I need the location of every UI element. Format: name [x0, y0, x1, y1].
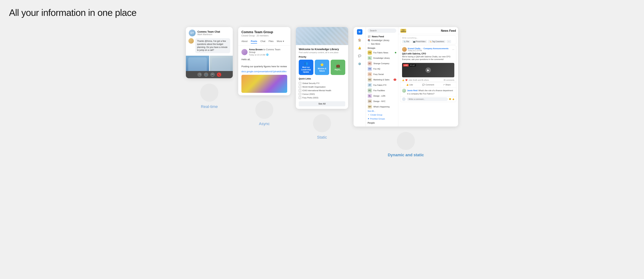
- label-circle-1: [200, 84, 218, 102]
- compose-more-btn[interactable]: ···: [446, 40, 451, 43]
- kb-link-text-4: Concur (SSO): [302, 93, 315, 95]
- cards-row: CT Comms Team Chat Mark Martinson Thanks…: [9, 27, 635, 158]
- compose-photo-btn[interactable]: 📷 Photo/Video: [412, 40, 427, 43]
- nf-group-row-6[interactable]: MS Marketing & Sales 4: [366, 77, 398, 82]
- kb-see-all-button[interactable]: See All: [299, 101, 345, 106]
- payroll-icon: 💼: [336, 64, 340, 68]
- create-group-btn[interactable]: ＋ Create Group: [366, 113, 398, 117]
- kb-banner-pattern: [296, 27, 348, 45]
- nf-group-row-10[interactable]: DN Design - NYC: [366, 98, 398, 104]
- group-avatar-11: WH: [368, 104, 372, 109]
- group-avatar-3: SC: [368, 61, 372, 66]
- post-image: [242, 75, 287, 93]
- kb-link-5[interactable]: ↗ Foxy Perks (SSO): [299, 96, 345, 100]
- groups-see-all[interactable]: See All...: [366, 110, 398, 113]
- kb-link-4[interactable]: ↗ Concur (SSO): [299, 92, 345, 96]
- nf-sidebar: W 🏠 🔔 💬 ⚙️: [354, 27, 366, 126]
- link-icon-1: ↗: [299, 82, 301, 84]
- chat-title-block: Comms Team Chat Mark Martinson: [198, 30, 220, 36]
- post-author-name: Anna Brown to Comms Team Group: [249, 48, 287, 54]
- sidebar-icon-bell[interactable]: 🔔: [357, 46, 362, 50]
- tab-more[interactable]: More ▾: [277, 40, 284, 44]
- tab-chat[interactable]: Chat: [260, 40, 265, 44]
- group-avatar-5: FS: [368, 72, 372, 76]
- nf-group-row-9[interactable]: DL Design - LDN: [366, 93, 398, 98]
- video-thumbnail[interactable]: ▶ LIVE 👁 127: [402, 63, 454, 77]
- compose-area: Write something... 📎 File 📷 Photo/Video …: [400, 36, 456, 44]
- group-name-6: Marketing & Sales: [374, 78, 392, 81]
- video-controls[interactable]: 🎤 📹 📷 📞: [186, 71, 233, 78]
- group-name-9: Design - LDN: [374, 95, 396, 97]
- kb-tile-3[interactable]: 💼 Payro...: [331, 60, 345, 75]
- qa-post-title: Q&A with Sabrina, CFO: [402, 52, 454, 55]
- end-call-button[interactable]: 📞: [217, 72, 221, 77]
- nf-group-row-5[interactable]: FS Foxy Social: [366, 72, 398, 77]
- tab-posts[interactable]: Posts: [251, 40, 257, 44]
- nf-nav-knowledge[interactable]: 📚 Knowledge Library: [366, 38, 398, 42]
- post-link[interactable]: docs.google.com/presentation/d/1jdnakdlc…: [242, 70, 286, 73]
- comment-row: Jamie Reid What's the role of a finance …: [400, 88, 456, 96]
- group-name-5: Foxy Social: [374, 73, 396, 75]
- kb-link-2[interactable]: ↗ World Health Organisation: [299, 85, 345, 89]
- prioritise-groups-btn[interactable]: ★ Prioritise Groups: [366, 117, 398, 120]
- view-count: 👁 127: [409, 64, 416, 66]
- nf-group-row-11[interactable]: WH What's Happening: [366, 104, 398, 110]
- sidebar-icon-settings[interactable]: ⚙️: [357, 61, 362, 66]
- nf-groups-label: Groups: [366, 46, 398, 50]
- group-tabs[interactable]: About Posts Chat Files More ▾: [238, 39, 290, 46]
- thumbs-up-icon[interactable]: 👍: [452, 98, 454, 100]
- nf-group-row-1[interactable]: FN Fox Fabric News: [366, 50, 398, 55]
- group-avatar-9: DL: [368, 94, 372, 98]
- share-button[interactable]: ↗ Share: [438, 83, 456, 87]
- comment-input[interactable]: [407, 97, 448, 101]
- comment-content: Jamie Reid What's the role of a finance …: [407, 89, 454, 95]
- kb-link-1[interactable]: ↗ Global Security FYI: [299, 82, 345, 85]
- video-cell-top-left: [186, 56, 209, 71]
- group-name-4: Fox HQ: [374, 68, 396, 70]
- label-group-1: Real-time: [200, 84, 218, 110]
- compose-file-btn[interactable]: 📎 File: [402, 40, 410, 43]
- comment-author: Jamie Reid: [407, 90, 418, 92]
- tab-files[interactable]: Files: [269, 40, 274, 44]
- leadership-icon: 👥: [304, 62, 308, 66]
- nf-nav-see-more[interactable]: ⋯ See More: [366, 42, 398, 46]
- knowledge-banner: [296, 27, 348, 45]
- group-name-11: What's Happening: [374, 106, 396, 108]
- compose-placeholder: Write something...: [402, 37, 454, 39]
- knowledge-body: Welcome to Knowledge Library Find useful…: [296, 45, 348, 109]
- group-avatar-8: FC: [368, 88, 372, 93]
- kb-title: Welcome to Knowledge Library: [299, 48, 345, 51]
- post-author-row: Anna Brown to Comms Team Group Today at …: [242, 48, 287, 56]
- message-bubble: Thanks @Anna, I've got a few questions a…: [195, 38, 230, 53]
- comments-count: 38 comments: [444, 79, 454, 81]
- compose-tag-btn[interactable]: 🏷️ Tag Coworkers: [428, 40, 446, 43]
- qa-author-info: Komal Challa → Company Announcements Tod…: [408, 48, 448, 52]
- play-button[interactable]: ▶: [426, 68, 431, 73]
- camera-button[interactable]: 📷: [210, 72, 215, 77]
- emoji-icon[interactable]: 😊: [449, 98, 451, 100]
- nf-group-row-7[interactable]: FF Fox Fabric FYI: [366, 82, 398, 88]
- mic-button[interactable]: 🎤: [198, 72, 202, 77]
- live-badge: LIVE: [403, 64, 408, 66]
- sidebar-icon-home[interactable]: 🏠: [357, 38, 362, 42]
- qa-more-icon[interactable]: ···: [452, 48, 454, 51]
- nf-group-row-3[interactable]: SC Strange Company: [366, 61, 398, 66]
- video-button[interactable]: 📹: [204, 72, 208, 77]
- sidebar-icon-chat[interactable]: 💬: [357, 53, 362, 58]
- nf-group-row-4[interactable]: FH Fox HQ: [366, 66, 398, 72]
- card-col-3: Welcome to Knowledge Library Find useful…: [296, 27, 348, 140]
- like-button[interactable]: 👍 Like: [400, 83, 419, 87]
- commenter-avatar: [402, 97, 406, 101]
- kb-tile-1[interactable]: 👥 Meet our Leadership Update: [299, 60, 313, 75]
- kb-tile-2[interactable]: ⭐ Mission & Values: [315, 60, 330, 75]
- nf-nav-news-feed[interactable]: 📰 News Feed: [366, 34, 398, 38]
- label-text-2: Async: [259, 121, 270, 126]
- share-icon: ↗: [443, 84, 444, 86]
- tab-about[interactable]: About: [242, 40, 248, 44]
- nf-group-row-8[interactable]: FC Fox Facilities: [366, 88, 398, 93]
- search-input[interactable]: [368, 28, 396, 33]
- group-avatar-2: KL: [368, 56, 372, 60]
- nf-group-row-2[interactable]: KL Knowledge Library: [366, 55, 398, 61]
- kb-link-3[interactable]: ↗ ICAS International Mental Health: [299, 89, 345, 92]
- comment-button[interactable]: 💬 Comment: [419, 83, 438, 87]
